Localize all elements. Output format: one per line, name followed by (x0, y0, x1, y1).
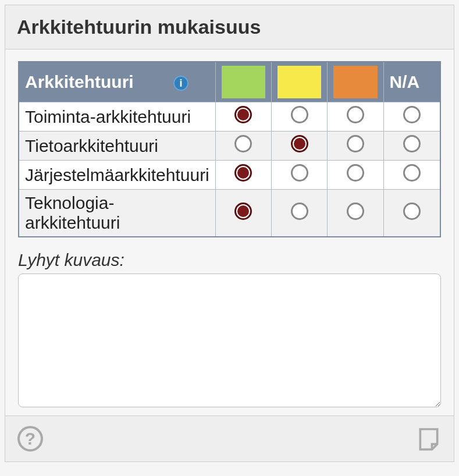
row-label: Toiminta-arkkitehtuuri (19, 102, 215, 132)
row-label: Tietoarkkitehtuuri (19, 132, 215, 161)
radio-cell (215, 102, 271, 132)
description-label: Lyhyt kuvaus: (18, 250, 441, 270)
radio-cell (272, 132, 328, 161)
radio-na[interactable] (403, 106, 421, 123)
radio-cell (272, 102, 328, 132)
column-header-architecture: Arkkitehtuuri i (19, 62, 215, 102)
architecture-compliance-panel: Arkkitehtuurin mukaisuus Arkkitehtuuri i (5, 5, 454, 462)
radio-cell (272, 190, 328, 237)
note-button[interactable] (415, 425, 442, 452)
column-header-yellow (272, 62, 328, 102)
green-swatch (222, 66, 265, 98)
row-label: Teknologia-arkkitehtuuri (19, 190, 215, 237)
panel-footer: ? (5, 415, 454, 461)
radio-cell (383, 190, 440, 237)
radio-na[interactable] (403, 203, 421, 220)
radio-orange[interactable] (347, 106, 364, 123)
radio-cell (328, 132, 383, 161)
radio-yellow[interactable] (291, 106, 308, 123)
radio-green[interactable] (234, 203, 252, 220)
radio-yellow[interactable] (291, 135, 308, 152)
row-label: Järjestelmäarkkitehtuuri (19, 161, 215, 190)
architecture-table: Arkkitehtuuri i N/A Toiminta-arkk (18, 61, 441, 237)
column-header-orange (328, 62, 383, 102)
radio-orange[interactable] (347, 203, 364, 220)
column-header-green (215, 62, 271, 102)
radio-cell (215, 190, 271, 237)
yellow-swatch (277, 66, 321, 98)
radio-green[interactable] (234, 106, 252, 123)
panel-title: Arkkitehtuurin mukaisuus (5, 5, 454, 49)
radio-yellow[interactable] (291, 164, 308, 182)
radio-orange[interactable] (347, 164, 364, 182)
radio-cell (215, 132, 271, 161)
table-row: Teknologia-arkkitehtuuri (19, 190, 440, 237)
radio-cell (383, 102, 440, 132)
radio-na[interactable] (403, 135, 421, 152)
radio-cell (383, 132, 440, 161)
radio-cell (383, 161, 440, 190)
radio-green[interactable] (234, 135, 252, 152)
radio-green[interactable] (234, 164, 252, 182)
info-icon[interactable]: i (173, 76, 188, 91)
column-header-na: N/A (383, 62, 440, 102)
radio-orange[interactable] (347, 135, 364, 152)
radio-cell (328, 102, 383, 132)
table-row: Tietoarkkitehtuuri (19, 132, 440, 161)
panel-body: Arkkitehtuuri i N/A Toiminta-arkk (5, 49, 454, 415)
radio-cell (215, 161, 271, 190)
note-icon (416, 426, 442, 452)
orange-swatch (333, 66, 377, 98)
table-row: Toiminta-arkkitehtuuri (19, 102, 440, 132)
help-button[interactable]: ? (17, 425, 44, 452)
radio-cell (328, 190, 383, 237)
table-row: Järjestelmäarkkitehtuuri (19, 161, 440, 190)
radio-na[interactable] (403, 164, 421, 182)
column-header-label: Arkkitehtuuri (25, 72, 134, 91)
description-textarea[interactable] (18, 273, 441, 407)
help-icon: ? (17, 426, 43, 452)
radio-cell (328, 161, 383, 190)
radio-yellow[interactable] (291, 203, 308, 220)
radio-cell (272, 161, 328, 190)
